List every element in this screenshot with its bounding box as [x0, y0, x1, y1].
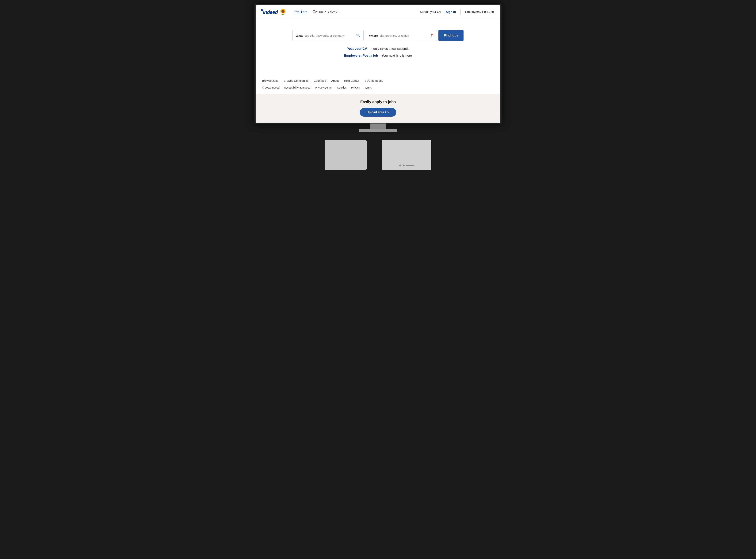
- search-icon: 🔍: [356, 33, 360, 38]
- post-job-promo: Employers: Post a job – Your next hire i…: [344, 54, 412, 58]
- post-job-link[interactable]: Employers: Post a job: [344, 54, 378, 58]
- submit-cv-link[interactable]: Submit your CV: [420, 10, 441, 14]
- monitor-neck: [371, 124, 385, 129]
- accessibility-link[interactable]: Accessibility at Indeed: [284, 86, 311, 89]
- sign-in-link[interactable]: Sign in: [446, 10, 456, 14]
- search-row: What 🔍 Where 📍 Find jobs: [292, 30, 464, 41]
- where-input[interactable]: [380, 34, 429, 37]
- post-cv-text: – It only takes a few seconds: [367, 47, 409, 50]
- where-search-box: Where 📍: [366, 30, 437, 41]
- what-input[interactable]: [305, 34, 356, 37]
- footer-nav: Browse Jobs Browse Companies Countries A…: [262, 79, 494, 82]
- hardware-left: [325, 140, 366, 170]
- footer-legal: © 2022 Indeed Accessibility at Indeed Pr…: [262, 86, 494, 89]
- nav-company-reviews[interactable]: Company reviews: [313, 10, 337, 14]
- privacy-center-link[interactable]: Privacy Center: [315, 86, 333, 89]
- where-label: Where: [369, 34, 378, 37]
- monitor-base: [359, 129, 397, 132]
- hardware-right: [382, 140, 431, 170]
- about-link[interactable]: About: [331, 79, 339, 82]
- nav-find-jobs[interactable]: Find jobs: [294, 10, 307, 14]
- header-right: Submit your CV Sign in Employers / Post …: [420, 9, 494, 15]
- bottom-banner: Easily apply to jobs Upload Your CV: [256, 94, 500, 123]
- port-bar: [406, 165, 414, 166]
- esg-link[interactable]: ESG at Indeed: [364, 79, 383, 82]
- browse-jobs-link[interactable]: Browse Jobs: [262, 79, 279, 82]
- indeed-logo: ·indeed: [262, 9, 277, 15]
- logo-area: ·indeed 🌻: [262, 8, 287, 16]
- hardware-ports: [399, 164, 414, 166]
- upload-cv-button[interactable]: Upload Your CV: [360, 108, 396, 117]
- main-content: What 🔍 Where 📍 Find jobs Post your CV – …: [256, 19, 500, 73]
- browse-companies-link[interactable]: Browse Companies: [284, 79, 308, 82]
- sunflower-icon: 🌻: [279, 8, 287, 16]
- privacy-link[interactable]: Privacy: [351, 86, 360, 89]
- site-footer: Browse Jobs Browse Companies Countries A…: [256, 73, 500, 94]
- site-header: ·indeed 🌻 Find jobs Company reviews Subm…: [256, 5, 500, 19]
- promo-links: Post your CV – It only takes a few secon…: [344, 47, 412, 58]
- help-center-link[interactable]: Help Center: [344, 79, 359, 82]
- location-icon: 📍: [429, 33, 434, 38]
- find-jobs-button[interactable]: Find jobs: [439, 30, 464, 41]
- terms-link[interactable]: Terms: [364, 86, 372, 89]
- employers-post-job-link[interactable]: Employers / Post Job: [465, 10, 494, 14]
- main-nav: Find jobs Company reviews: [294, 10, 415, 14]
- post-job-text: – Your next hire is here: [378, 54, 412, 58]
- post-cv-promo: Post your CV – It only takes a few secon…: [347, 47, 409, 51]
- port-2: [403, 164, 405, 166]
- post-cv-link[interactable]: Post your CV: [347, 47, 367, 50]
- port-1: [399, 164, 401, 166]
- cookies-link[interactable]: Cookies: [337, 86, 347, 89]
- what-search-box: What 🔍: [292, 30, 363, 41]
- copyright-text: © 2022 Indeed: [262, 86, 280, 89]
- what-label: What: [296, 34, 303, 37]
- banner-title: Easily apply to jobs: [360, 100, 396, 104]
- bottom-hardware: [254, 136, 502, 174]
- countries-link[interactable]: Countries: [314, 79, 326, 82]
